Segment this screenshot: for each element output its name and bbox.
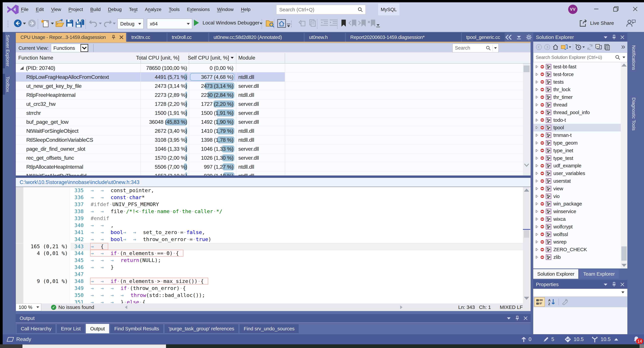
navigate-back-button[interactable] <box>14 19 22 28</box>
expander-icon[interactable] <box>536 217 538 221</box>
solution-item-todo-t[interactable]: ++todo-t <box>533 116 621 124</box>
expander-icon[interactable] <box>536 225 538 228</box>
menu-analyze[interactable]: Analyze <box>141 5 165 14</box>
feedback-icon[interactable] <box>626 19 636 27</box>
solution-configuration-select[interactable]: Debug <box>118 19 144 29</box>
solution-item-wolfcrypt[interactable]: ++wolfcrypt <box>533 223 621 230</box>
code-line-339[interactable]: 339#endif <box>16 215 530 222</box>
code-line-346[interactable]: 346→→} <box>16 264 530 271</box>
code-line-336[interactable]: 336→→const·char* <box>16 194 530 201</box>
close-icon[interactable] <box>116 35 124 40</box>
expander-icon[interactable] <box>536 88 538 91</box>
solution-explorer-home-button[interactable] <box>277 19 286 28</box>
expander-icon[interactable] <box>536 194 538 198</box>
expander-icon[interactable] <box>536 202 538 206</box>
expander-icon[interactable] <box>536 134 538 137</box>
table-row[interactable]: RtlpFreeHeapInternal2273 (2,89 %)2230 (2… <box>16 90 523 100</box>
close-button[interactable] <box>628 2 643 16</box>
solution-item-tests[interactable]: ++tests <box>533 78 621 86</box>
solution-explorer-title-bar[interactable]: Solution Explorer <box>533 33 627 42</box>
expander-icon[interactable] <box>536 126 538 130</box>
current-view-dropdown-button[interactable] <box>80 44 88 52</box>
live-share-button[interactable]: Live Share <box>579 19 614 27</box>
table-row[interactable]: RtlSleepConditionVariableCS3108 (3,95 %)… <box>16 136 523 144</box>
duplicate-page-button[interactable] <box>308 19 317 27</box>
pending-changes-filter-button[interactable] <box>575 44 585 50</box>
properties-title-bar[interactable]: Properties <box>533 280 627 289</box>
table-row[interactable]: ut_new_get_key_by_file2473 (3,14 %)2473 … <box>16 82 523 90</box>
undo-button[interactable] <box>89 19 98 27</box>
sidebar-tab-server-explorer[interactable]: Server Explorer <box>3 32 10 68</box>
status-commit-item[interactable]: 10.5 <box>564 334 584 344</box>
tool-window-tab-6[interactable]: Find srv_undo_sources <box>239 324 299 333</box>
row-expander-icon[interactable] <box>20 66 24 70</box>
status-branch-item[interactable]: 10.5 <box>591 334 618 344</box>
table-row[interactable]: RtlpAllocateHeapInternal5506 (7,00 %)997… <box>16 162 523 171</box>
document-tab-1[interactable]: CPU Usage - Repor...3-1459.diagsession <box>16 33 126 42</box>
solution-item-test-force[interactable]: ++test-force <box>533 70 621 78</box>
document-tab-4[interactable]: ut0new.cc;58d2d820 (Annotated) <box>209 33 304 42</box>
document-tab-7[interactable]: tpool_generic.cc <box>462 33 504 42</box>
solution-item-tpool[interactable]: ++tpool <box>533 124 621 132</box>
menu-tools[interactable]: Tools <box>165 5 183 14</box>
new-project-dropdown[interactable] <box>51 22 54 24</box>
menu-extensions[interactable]: Extensions <box>183 5 214 14</box>
code-line-344[interactable]: 4 (0,01 %)344→→if·(n_elements·==·0)·{ <box>16 250 530 257</box>
expander-icon[interactable] <box>536 172 538 175</box>
expander-icon[interactable] <box>536 240 538 244</box>
minimize-button[interactable] <box>589 2 604 16</box>
solution-item-wolfssl[interactable]: ++wolfssl <box>533 230 621 238</box>
solution-item-thr_timer[interactable]: ++thr_timer <box>533 93 621 101</box>
solution-item-thr_lock[interactable]: ++thr_lock <box>533 86 621 93</box>
source-file-path-link[interactable]: C:\work\10.5\storage\innobase\include\ut… <box>16 179 140 185</box>
menu-edit[interactable]: Edit <box>32 5 48 14</box>
table-scrollbar-thumb[interactable] <box>524 66 530 72</box>
annotated-source-view[interactable]: 335→→const_pointer,336→→const·char*337#i… <box>16 187 530 304</box>
table-scroll-down-icon[interactable] <box>524 163 529 167</box>
solution-item-winservice[interactable]: ++winservice <box>533 208 621 215</box>
code-line-350[interactable]: 350→→→→throw(std::bad_alloc()); <box>16 292 530 299</box>
properties-object-select[interactable] <box>533 289 627 296</box>
window-position-icon[interactable] <box>603 282 608 287</box>
solution-item-win_package[interactable]: ++win_package <box>533 200 621 208</box>
expander-icon[interactable] <box>536 255 538 259</box>
tree-scroll-down-icon[interactable] <box>622 264 627 267</box>
editor-hscroll-left-icon[interactable] <box>125 306 127 309</box>
toolbar-overflow-icon[interactable] <box>621 44 626 50</box>
column-header-module[interactable]: Module <box>238 52 255 63</box>
show-all-files-icon[interactable] <box>604 44 610 50</box>
solution-item-wsrep[interactable]: ++wsrep <box>533 238 621 246</box>
window-position-icon[interactable] <box>603 35 608 40</box>
open-file-button[interactable] <box>55 19 64 28</box>
column-header-self-cpu[interactable]: Self CPU [unit, %] <box>167 52 234 63</box>
expander-icon[interactable] <box>536 210 538 213</box>
tree-scrollbar[interactable] <box>621 62 627 268</box>
table-row[interactable]: strrchr1500 (1,91 %)1500 (1,91 %)server.… <box>16 108 523 118</box>
home-icon[interactable] <box>552 44 559 50</box>
explorer-tab-1[interactable]: Solution Explorer <box>533 269 578 279</box>
menu-view[interactable]: View <box>48 5 65 14</box>
solution-item-wixca[interactable]: ++wixca <box>533 215 621 223</box>
code-line-348[interactable]: 9 (0,01 %)348→→if·(n_elements·>·max_size… <box>16 278 530 285</box>
menu-help[interactable]: Help <box>237 5 254 14</box>
encoding-indicator[interactable]: MIXED <box>500 304 516 311</box>
table-scrollbar[interactable] <box>523 64 530 176</box>
redo-dropdown[interactable] <box>113 22 116 24</box>
code-line-351[interactable]: 351→→→}·else·{ <box>16 299 530 304</box>
expander-icon[interactable] <box>536 248 538 251</box>
tree-scrollbar-thumb[interactable] <box>622 246 627 261</box>
menu-debug[interactable]: Debug <box>104 5 126 14</box>
collapse-all-icon[interactable] <box>595 44 602 50</box>
property-pages-button[interactable] <box>562 298 568 305</box>
expander-icon[interactable] <box>536 141 538 145</box>
close-icon[interactable] <box>620 35 625 40</box>
code-line-342[interactable]: 342→→bool→→throw_on_error·=·true) <box>16 236 530 243</box>
expander-icon[interactable] <box>536 80 538 84</box>
scroll-tabs-left-icon[interactable] <box>505 34 512 40</box>
expander-icon[interactable] <box>536 95 538 99</box>
decrease-indent-button[interactable] <box>320 19 329 26</box>
save-button[interactable] <box>66 19 74 27</box>
status-pushes-item[interactable]: 0 <box>521 334 532 344</box>
new-project-button[interactable] <box>40 19 50 28</box>
solution-platform-select[interactable]: x64 <box>147 19 192 29</box>
